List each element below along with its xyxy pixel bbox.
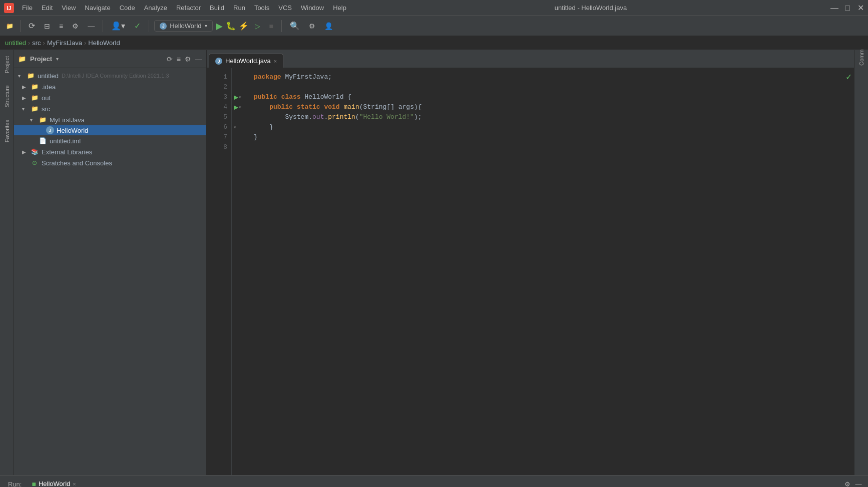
menu-view[interactable]: View <box>58 2 80 14</box>
tree-root[interactable]: ▾ 📁 untitled D:\IntelliJ IDEA Community … <box>14 70 206 81</box>
line-num-8: 8 <box>207 142 231 152</box>
gutter-4[interactable]: ▶ ▾ <box>234 102 244 112</box>
gutter-6: ▾ <box>234 122 244 132</box>
menu-refactor[interactable]: Refactor <box>172 2 205 14</box>
editor-tab-helloworld[interactable]: J HelloWorld.java × <box>209 54 283 68</box>
kw-class: class <box>281 92 301 102</box>
run-configuration-selector[interactable]: J HelloWorld ▾ <box>154 20 212 32</box>
idea-folder-icon: 📁 <box>30 82 39 91</box>
project-hide-icon[interactable]: — <box>195 55 202 63</box>
breadcrumb-part-1[interactable]: untitled <box>5 39 26 47</box>
code-content[interactable]: package MyFirstJava; public class HelloW… <box>246 68 854 475</box>
code-line-3: public class HelloWorld { <box>254 92 854 102</box>
close-button[interactable]: ✕ <box>857 5 864 12</box>
profile-btn[interactable]: 👤 <box>321 20 336 32</box>
toolbar-hide-btn[interactable]: — <box>85 20 98 32</box>
tree-myfirstjava[interactable]: ▾ 📁 MyFirstJava <box>14 114 206 125</box>
tree-arrow-src: ▾ <box>22 106 30 112</box>
menu-run[interactable]: Run <box>229 2 249 14</box>
menu-file[interactable]: File <box>18 2 37 14</box>
kw-void: void <box>324 102 339 112</box>
toolbar-separator-4 <box>281 20 282 32</box>
method-main: main <box>344 102 359 112</box>
run-arrow-class[interactable]: ▶ <box>234 94 238 101</box>
gutter-3[interactable]: ▶ ▾ <box>234 92 244 102</box>
scratch-icon: ⊙ <box>30 158 39 167</box>
project-sidebar-label[interactable]: Project <box>4 56 10 73</box>
project-dropdown-icon[interactable]: ▾ <box>56 56 59 62</box>
breadcrumb-sep-2: › <box>43 39 45 47</box>
tree-arrow-ext: ▶ <box>22 149 30 155</box>
toolbar-update-btn[interactable]: ✓ <box>131 19 144 33</box>
menu-build[interactable]: Build <box>206 2 228 14</box>
gutter-7 <box>234 132 244 142</box>
search-btn[interactable]: 🔍 <box>287 19 303 33</box>
tab-close-icon[interactable]: × <box>274 58 277 64</box>
coverage-btn[interactable]: ▷ <box>252 20 263 32</box>
menu-help[interactable]: Help <box>329 2 350 14</box>
tab-java-icon: J <box>215 58 222 65</box>
tree-ext-label: External Libraries <box>42 148 92 156</box>
maximize-button[interactable]: □ <box>844 5 851 12</box>
plain-indent2: System. <box>254 112 312 122</box>
tree-ext-lib[interactable]: ▶ 📚 External Libraries <box>14 146 206 157</box>
str-hello: "Hello World!" <box>359 112 414 122</box>
tree-iml[interactable]: ▶ 📄 untitled.iml <box>14 135 206 146</box>
menu-vcs[interactable]: VCS <box>274 2 296 14</box>
minimize-button[interactable]: — <box>831 5 838 12</box>
tree-idea[interactable]: ▶ 📁 .idea <box>14 81 206 92</box>
left-sidebar: Project Structure Favorites <box>0 50 14 475</box>
panel-settings-btn[interactable]: ⚙ <box>842 479 853 488</box>
editor-tabs: J HelloWorld.java × <box>207 50 854 68</box>
tree-scratches[interactable]: ▶ ⊙ Scratches and Consoles <box>14 157 206 168</box>
run-tab-close[interactable]: × <box>73 481 76 487</box>
breadcrumb-part-2[interactable]: src <box>32 39 41 47</box>
plain-classname: HelloWorld { <box>301 92 351 102</box>
menu-edit[interactable]: Edit <box>38 2 57 14</box>
line-num-4: 4 <box>207 102 231 112</box>
run-arrow-main[interactable]: ▶ <box>234 104 238 111</box>
run-config-dropdown-icon: ▾ <box>205 23 207 29</box>
menu-analyze[interactable]: Analyze <box>140 2 171 14</box>
menu-code[interactable]: Code <box>116 2 139 14</box>
structure-sidebar-label[interactable]: Structure <box>4 85 10 108</box>
project-panel-title: Project <box>30 55 52 63</box>
toolbar-sync-btn[interactable]: ⟳ <box>26 19 38 33</box>
favorites-sidebar-label[interactable]: Favorites <box>4 120 10 142</box>
build-button[interactable]: ⚡ <box>239 21 249 31</box>
settings-btn[interactable]: ⚙ <box>306 20 318 32</box>
code-line-8 <box>254 142 854 152</box>
collapse-icon-class[interactable]: ▾ <box>239 95 241 100</box>
debug-button[interactable]: 🐛 <box>226 21 236 31</box>
toolbar-separator-3 <box>149 20 149 32</box>
breadcrumb-part-4[interactable]: HelloWorld <box>88 39 120 47</box>
tree-src[interactable]: ▾ 📁 src <box>14 103 206 114</box>
menu-tools[interactable]: Tools <box>250 2 273 14</box>
tree-out[interactable]: ▶ 📁 out <box>14 92 206 103</box>
code-editor[interactable]: 1 2 3 4 5 6 7 8 ▶ ▾ ▶ ▾ <box>207 68 854 475</box>
toolbar-user-btn[interactable]: 👤▾ <box>108 19 128 33</box>
toolbar-collapse-btn[interactable]: ≡ <box>56 20 66 32</box>
breadcrumb-part-3[interactable]: MyFirstJava <box>47 39 82 47</box>
project-gear-icon[interactable]: ⚙ <box>185 55 191 63</box>
toolbar-settings-btn[interactable]: ⚙ <box>69 20 82 32</box>
stop-btn[interactable]: ■ <box>266 20 276 32</box>
tree-helloworld[interactable]: ▶ J HelloWorld <box>14 125 206 135</box>
menu-bar: File Edit View Navigate Code Analyze Ref… <box>18 2 350 14</box>
menu-window[interactable]: Window <box>297 2 328 14</box>
kw-public-2: public <box>269 102 293 112</box>
collapse-icon-end[interactable]: ▾ <box>234 125 236 130</box>
bottom-tab-run[interactable]: ■ HelloWorld × <box>26 477 82 488</box>
toolbar-separator-1 <box>20 20 21 32</box>
project-collapse-icon[interactable]: ≡ <box>177 55 181 63</box>
collapse-icon-main[interactable]: ▾ <box>239 105 241 110</box>
plain-sp3 <box>320 102 324 112</box>
menu-navigate[interactable]: Navigate <box>81 2 114 14</box>
plain-args: (String[] args){ <box>359 102 422 112</box>
project-sync-icon[interactable]: ⟳ <box>167 55 173 63</box>
iml-icon: 📄 <box>38 136 47 145</box>
run-button[interactable]: ▶ <box>216 21 223 32</box>
panel-close-btn[interactable]: — <box>853 479 864 488</box>
toolbar-layout-btn[interactable]: ⊟ <box>41 20 53 32</box>
line-num-3: 3 <box>207 92 231 102</box>
